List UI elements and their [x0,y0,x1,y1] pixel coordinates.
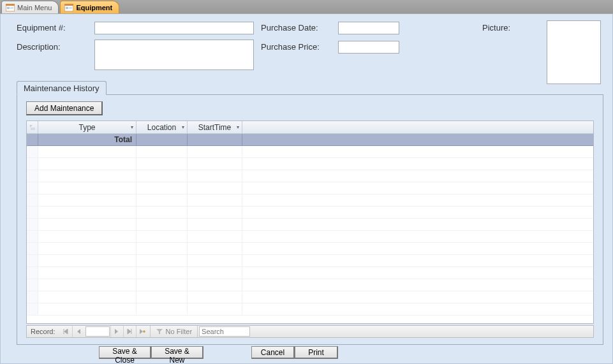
form-icon [64,4,73,11]
column-header-location[interactable]: Location ▾ [137,121,188,133]
form-action-buttons: Save & Close Save & New Cancel Print [1,346,612,360]
subform-panel: Add Maintenance Type ▾ Location ▾ StartT… [17,94,603,345]
nav-last-button[interactable] [123,326,136,337]
grid-select-all[interactable] [27,121,38,133]
window-tabbar: Main Menu Equipment [0,0,613,14]
chevron-down-icon: ▾ [131,124,133,130]
column-header-type[interactable]: Type ▾ [38,121,137,133]
column-header-starttime-label: StartTime [198,123,232,132]
column-header-starttime[interactable]: StartTime ▾ [188,121,242,133]
record-nav-label: Record: [27,328,59,335]
svg-rect-8 [66,8,68,9]
save-new-button[interactable]: Save & New [151,346,203,359]
nav-next-button[interactable] [110,326,123,337]
grid-total-selector [27,134,38,145]
grid-total-location [137,134,188,145]
tab-equipment[interactable]: Equipment [60,1,119,13]
description-label: Description: [17,42,61,52]
purchase-date-input[interactable] [338,22,399,34]
chevron-down-icon: ▾ [237,124,239,130]
tab-equipment-label: Equipment [76,4,112,11]
grid-total-type: Total [38,134,137,145]
tab-main-menu[interactable]: Main Menu [1,1,59,13]
column-header-type-label: Type [78,123,95,132]
grid-rows[interactable] [27,146,593,323]
filter-indicator[interactable]: No Filter [152,328,196,335]
nav-prev-button[interactable] [72,326,85,337]
svg-rect-1 [6,4,15,6]
purchase-price-input[interactable] [338,41,399,54]
tab-main-menu-label: Main Menu [17,4,52,11]
record-position-input[interactable] [85,326,110,337]
svg-rect-6 [64,4,73,6]
svg-rect-2 [7,7,10,8]
add-maintenance-button[interactable]: Add Maintenance [26,101,103,115]
form-body: Equipment #: Description: Purchase Date:… [0,14,613,364]
nav-new-button[interactable] [136,326,149,337]
column-header-location-label: Location [147,123,176,132]
tab-maintenance-history[interactable]: Maintenance History [17,81,107,95]
equipment-num-input[interactable] [94,22,254,34]
record-search-input[interactable] [199,326,250,337]
record-navigator: Record: No Filter [26,325,594,338]
top-fields: Equipment #: Description: Purchase Date:… [17,20,606,81]
picture-box[interactable] [547,20,601,84]
equipment-num-label: Equipment #: [17,23,66,33]
purchase-price-label: Purchase Price: [261,42,320,52]
picture-label: Picture: [482,23,510,33]
grid-header: Type ▾ Location ▾ StartTime ▾ [27,121,593,134]
svg-rect-7 [66,7,68,8]
grid-total-starttime [188,134,242,145]
description-input[interactable] [94,40,254,70]
save-close-button[interactable]: Save & Close [99,346,151,359]
svg-rect-4 [10,7,13,9]
print-button[interactable]: Print [295,346,338,359]
nav-first-button[interactable] [59,326,72,337]
purchase-date-label: Purchase Date: [261,23,318,33]
grid-total-row: Total [27,134,593,146]
chevron-down-icon: ▾ [182,124,184,130]
svg-rect-3 [7,8,10,9]
column-header-empty [242,121,593,133]
form-icon [6,4,15,11]
maintenance-grid: Type ▾ Location ▾ StartTime ▾ Total [26,120,594,324]
cancel-button[interactable]: Cancel [251,346,295,359]
svg-rect-9 [69,7,72,9]
filter-label: No Filter [166,328,193,335]
filter-icon [156,328,163,335]
